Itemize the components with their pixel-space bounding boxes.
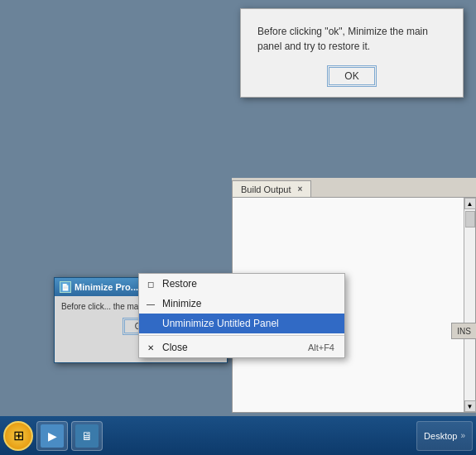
- main-dialog-text: Before clicking "ok", Minimize the main …: [257, 24, 446, 54]
- context-menu-restore[interactable]: ◻ Restore: [139, 274, 344, 294]
- taskbar-btn-2[interactable]: 🖥: [71, 421, 103, 451]
- start-icon: ⊞: [13, 428, 24, 443]
- ctx-close-label: Close: [162, 342, 188, 353]
- minimize-icon: —: [144, 297, 157, 310]
- scroll-up-arrow[interactable]: ▲: [464, 198, 476, 209]
- desktop-label: Desktop: [424, 431, 457, 441]
- context-menu-separator: [139, 335, 344, 336]
- play-icon: ▶: [48, 429, 57, 443]
- taskbar-btn-1-icon: ▶: [41, 424, 64, 448]
- scroll-thumb[interactable]: [465, 211, 475, 228]
- mini-title-icon: 📄: [60, 281, 71, 293]
- context-menu-minimize[interactable]: — Minimize: [139, 294, 344, 314]
- start-button[interactable]: ⊞: [3, 421, 33, 451]
- taskbar: ⊞ ▶ 🖥 Desktop »: [0, 416, 476, 455]
- taskbar-desktop-button[interactable]: Desktop »: [416, 421, 473, 451]
- context-menu: ◻ Restore — Minimize Unminimize Untitled…: [138, 273, 345, 358]
- context-menu-close[interactable]: ✕ Close Alt+F4: [139, 338, 344, 357]
- tab-close-icon[interactable]: ×: [298, 184, 303, 194]
- desktop: Before clicking "ok", Minimize the main …: [0, 0, 476, 416]
- ctx-close-shortcut: Alt+F4: [308, 342, 334, 352]
- restore-icon: ◻: [144, 277, 157, 290]
- panel-scrollbar[interactable]: ▲ ▼: [464, 198, 475, 412]
- tab-build-output[interactable]: Build Output ×: [232, 180, 311, 197]
- ctx-minimize-label: Minimize: [162, 298, 201, 309]
- ins-button[interactable]: INS: [451, 323, 476, 339]
- taskbar-btn-1[interactable]: ▶: [36, 421, 68, 451]
- close-icon: ✕: [144, 341, 157, 354]
- ctx-unminimize-label: Unminimize Untitled Panel: [162, 318, 279, 329]
- unminimize-icon: [144, 317, 157, 330]
- ctx-restore-label: Restore: [162, 278, 197, 290]
- monitor-icon: 🖥: [81, 429, 93, 443]
- scroll-down-arrow[interactable]: ▼: [464, 400, 476, 412]
- tab-bar: Build Output ×: [232, 178, 476, 198]
- taskbar-btn-2-icon: 🖥: [75, 424, 99, 448]
- main-dialog: Before clicking "ok", Minimize the main …: [240, 8, 464, 98]
- desktop-chevron-icon: »: [460, 431, 465, 440]
- main-dialog-ok-button[interactable]: OK: [329, 67, 374, 85]
- context-menu-unminimize[interactable]: Unminimize Untitled Panel: [139, 314, 344, 333]
- tab-label: Build Output: [241, 184, 291, 194]
